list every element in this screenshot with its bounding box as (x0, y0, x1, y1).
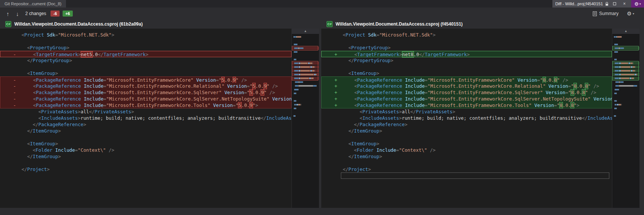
code-token: " (236, 77, 238, 83)
code-token: Project (24, 32, 44, 38)
left-minimap[interactable]: ▲ (292, 20, 319, 208)
code-token: > (399, 115, 402, 121)
code-line[interactable]: </PackageReference> (0, 121, 291, 128)
code-token (21, 128, 27, 134)
diff-settings-button[interactable]: ⚙▾ (625, 10, 636, 17)
document-tab[interactable]: Git Repositor...cument (Doc_8) (0, 0, 66, 8)
scroll-up-arrow-icon[interactable]: ▲ (612, 29, 639, 34)
code-line[interactable]: <PropertyGroup> (321, 44, 612, 51)
code-line[interactable]: </ItemGroup> (0, 153, 291, 160)
minimap-line (292, 58, 319, 61)
minimap-line (292, 114, 319, 117)
code-line[interactable] (321, 160, 612, 166)
code-token: Include (84, 96, 103, 102)
code-token (374, 147, 376, 153)
code-token: Version (224, 90, 244, 95)
code-token: .0. (563, 102, 571, 108)
code-line[interactable]: - <PackageReference Include="Microsoft.E… (0, 89, 291, 96)
code-line[interactable]: - <PackageReference Include="Microsoft.E… (0, 76, 291, 83)
minimap-token (294, 44, 297, 45)
code-line[interactable]: <PropertyGroup> (0, 44, 291, 51)
code-line[interactable]: + <TargetFramework>net8.0</TargetFramewo… (321, 51, 612, 57)
code-line[interactable]: </Project> (321, 166, 612, 172)
code-line[interactable] (321, 38, 612, 44)
code-token: Include (55, 147, 75, 153)
title-bar: Git Repositor...cument (Doc_8) Diff - Wi… (0, 0, 644, 8)
code-line[interactable]: </ItemGroup> (0, 128, 291, 134)
pin-icon[interactable] (611, 2, 618, 6)
minimap-line (292, 92, 319, 95)
code-line[interactable]: </PropertyGroup> (321, 57, 612, 64)
code-line[interactable]: <ItemGroup> (321, 140, 612, 147)
code-token: = (425, 102, 427, 108)
code-line[interactable]: + <PackageReference Include="Microsoft.E… (321, 76, 612, 83)
scroll-up-arrow-icon[interactable]: ▲ (292, 29, 319, 34)
left-code-editor[interactable]: <Project Sdk="Microsoft.NET.Sdk"> <Prope… (0, 29, 291, 208)
code-token: /> (272, 83, 278, 89)
code-line[interactable]: <Folder Include="Context\" /> (321, 147, 612, 153)
code-line[interactable]: <PrivateAssets>all</PrivateAssets> (0, 108, 291, 115)
next-change-button[interactable]: ↓ (15, 10, 20, 17)
code-line[interactable]: <Folder Include="Context\" /> (0, 147, 291, 153)
code-line[interactable]: - <PackageReference Include="Microsoft.E… (0, 96, 291, 102)
minimap-token (301, 70, 310, 72)
code-token: "Microsoft.EntityFrameworkCore.SqlServer… (106, 96, 270, 102)
code-line[interactable]: </ItemGroup> (321, 128, 612, 134)
code-line[interactable]: <ItemGroup> (321, 70, 612, 76)
code-line[interactable]: + <PackageReference Include="Microsoft.E… (321, 102, 612, 108)
minimap-token (615, 66, 619, 68)
code-line[interactable]: <Project Sdk="Microsoft.NET.Sdk"> (321, 32, 612, 38)
summary-label: Summary (599, 11, 618, 16)
code-token (22, 83, 33, 89)
code-token (560, 77, 563, 83)
code-line[interactable] (321, 64, 612, 70)
code-line[interactable]: </PropertyGroup> (0, 57, 291, 64)
code-token: > (78, 115, 80, 121)
code-line[interactable]: <PrivateAssets>all</PrivateAssets> (321, 108, 612, 115)
code-line[interactable]: <IncludeAssets>runtime; build; native; c… (321, 115, 612, 121)
code-token: all (402, 109, 410, 114)
code-token: .0. (255, 83, 264, 89)
code-line[interactable]: - <PackageReference Include="Microsoft.E… (0, 102, 291, 108)
right-minimap[interactable]: ▲ (612, 20, 639, 208)
code-line[interactable]: + <PackageReference Include="Microsoft.E… (321, 83, 612, 89)
gear-icon: ⚙ (634, 1, 639, 7)
minimap-token (615, 74, 619, 75)
minimap-token (616, 59, 617, 60)
code-token: PrivateAssets (362, 109, 399, 114)
code-token (343, 58, 348, 63)
code-line[interactable]: - <PackageReference Include="Microsoft.E… (0, 83, 291, 89)
settings-gear-button[interactable]: ⚙▾ (631, 0, 644, 8)
code-token: PrivateAssets (41, 109, 78, 114)
code-token: ItemGroup (33, 154, 58, 159)
code-line[interactable]: - <TargetFramework>net5.0</TargetFramewo… (0, 51, 291, 57)
code-line[interactable] (0, 134, 291, 140)
code-line[interactable]: <ItemGroup> (0, 70, 291, 76)
code-line[interactable] (0, 64, 291, 70)
code-line[interactable]: + <PackageReference Include="Microsoft.E… (321, 96, 612, 102)
code-line[interactable]: </ItemGroup> (321, 153, 612, 160)
code-line[interactable]: </Project> (0, 166, 291, 172)
code-line[interactable]: + <PackageReference Include="Microsoft.E… (321, 89, 612, 96)
code-token: ItemGroup (33, 128, 58, 134)
summary-button[interactable]: Summary (590, 10, 621, 17)
code-line[interactable]: </PackageReference> (321, 121, 612, 128)
code-token: /> (563, 77, 568, 83)
code-line[interactable] (321, 134, 612, 140)
code-token: = (244, 90, 247, 95)
right-code-editor[interactable]: <Project Sdk="Microsoft.NET.Sdk"> <Prope… (321, 29, 612, 208)
minimap-token (296, 93, 296, 94)
code-line[interactable]: <Project Sdk="Microsoft.NET.Sdk"> (0, 32, 291, 38)
minimap-token (623, 81, 624, 83)
close-icon[interactable]: × (621, 1, 628, 6)
diff-tab[interactable]: Diff - Willd...proj;f4540151 × (552, 0, 631, 8)
minimap-token (621, 63, 628, 64)
code-line[interactable]: <IncludeAssets>runtime; build; native; c… (0, 115, 291, 121)
diff-marker-icon: - (13, 83, 16, 89)
code-line[interactable] (0, 38, 291, 44)
code-line[interactable] (0, 160, 291, 166)
code-line[interactable]: <ItemGroup> (0, 140, 291, 147)
minimap-token (635, 70, 636, 72)
previous-change-button[interactable]: ↑ (5, 10, 11, 17)
minimap-line (612, 99, 639, 102)
